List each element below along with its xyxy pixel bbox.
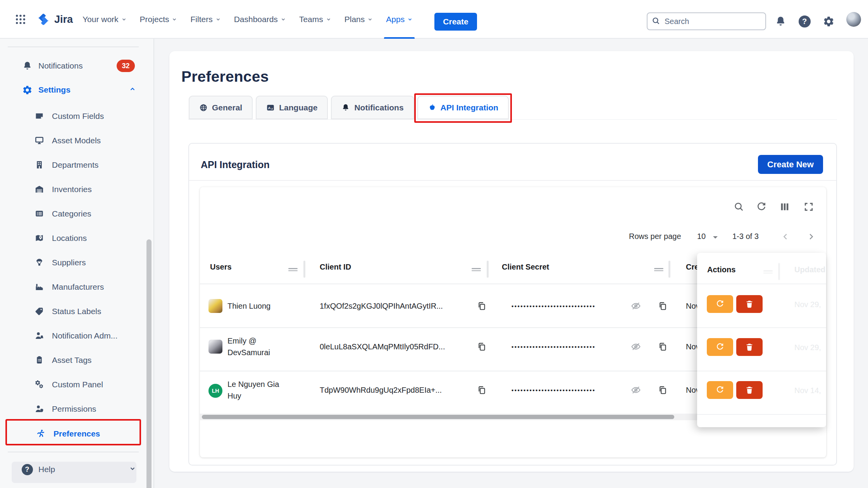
runner-icon (36, 429, 46, 439)
tab-language[interactable]: Az Language (256, 96, 328, 119)
preferences-tabs: General Az Language Notifications API In… (189, 96, 509, 119)
bell-icon (21, 61, 33, 71)
trash-icon (745, 385, 754, 395)
tab-general[interactable]: General (189, 96, 253, 119)
tab-api-integration[interactable]: API Integration (417, 96, 509, 119)
user-avatar[interactable] (846, 12, 861, 27)
sidebar-item-categories[interactable]: Categories (0, 201, 154, 226)
col-header-users: Users (210, 263, 232, 271)
menu-plans[interactable]: Plans (338, 0, 380, 39)
column-drag-handle[interactable] (288, 267, 298, 271)
horizontal-scrollbar[interactable] (202, 415, 674, 419)
trash-icon (745, 299, 754, 309)
updated-value-faded: Nov 29, (794, 343, 821, 352)
person-shield-icon (34, 404, 44, 414)
api-integration-section: API Integration Create New (188, 143, 837, 466)
settings-gear-icon[interactable] (822, 15, 835, 28)
column-divider-faded (778, 263, 780, 280)
sidebar: Notifications 32 Settings Custom Fields … (0, 39, 154, 488)
tab-notifications[interactable]: Notifications (331, 96, 414, 119)
refresh-icon (715, 385, 725, 395)
table-fullscreen-icon[interactable] (802, 200, 815, 213)
sidebar-item-custom-fields[interactable]: Custom Fields (0, 104, 154, 128)
copy-icon[interactable] (476, 384, 487, 396)
table-refresh-icon[interactable] (755, 200, 768, 213)
create-new-button[interactable]: Create New (758, 155, 823, 174)
menu-filters[interactable]: Filters (184, 0, 227, 39)
sidebar-item-permissions[interactable]: Permissions (0, 397, 154, 421)
eye-off-icon[interactable] (630, 300, 642, 312)
regenerate-key-button[interactable] (707, 381, 733, 399)
updated-value-faded: Nov 29, (794, 300, 821, 309)
copy-icon[interactable] (476, 300, 487, 312)
col-header-actions: Actions (707, 265, 735, 274)
sidebar-item-status-labels[interactable]: Status Labels (0, 299, 154, 323)
svg-text:z: z (271, 107, 273, 110)
column-drag-handle[interactable] (472, 267, 481, 271)
menu-your-work[interactable]: Your work (76, 0, 133, 39)
sidebar-item-help[interactable]: ? Help (0, 457, 154, 481)
avatar (208, 340, 222, 354)
sidebar-item-notification-admin[interactable]: Notification Adm... (0, 323, 154, 348)
dropdown-caret-icon[interactable] (712, 235, 718, 240)
jira-logo[interactable]: Jira (36, 0, 73, 39)
copy-icon[interactable] (657, 384, 668, 396)
copy-icon[interactable] (657, 300, 668, 312)
copy-icon[interactable] (476, 341, 487, 352)
sidebar-item-asset-models[interactable]: Asset Models (0, 128, 154, 153)
sidebar-item-locations[interactable]: Locations (0, 226, 154, 250)
create-button[interactable]: Create (434, 13, 477, 31)
menu-teams[interactable]: Teams (293, 0, 338, 39)
copy-icon[interactable] (657, 341, 668, 352)
section-title: API Integration (201, 159, 270, 170)
jira-mark-icon (36, 12, 51, 27)
menu-dashboards[interactable]: Dashboards (227, 0, 293, 39)
sidebar-item-settings[interactable]: Settings (0, 78, 154, 102)
sidebar-scrollbar[interactable] (146, 239, 152, 488)
app-grid-icon[interactable] (14, 13, 27, 26)
eye-off-icon[interactable] (630, 384, 642, 396)
delete-key-button[interactable] (736, 295, 763, 313)
sidebar-item-asset-tags[interactable]: Asset Tags (0, 348, 154, 372)
delete-key-button[interactable] (736, 381, 763, 399)
chevron-right-icon[interactable] (807, 232, 815, 241)
client-id-value: 0leLuL8aSXQLAMqPMtIly05RdFD... (320, 342, 445, 351)
eye-off-icon[interactable] (630, 341, 642, 352)
sidebar-item-departments[interactable]: Departments (0, 153, 154, 177)
rows-per-page-select[interactable]: 10 (697, 232, 706, 241)
chevron-left-icon[interactable] (781, 232, 790, 241)
column-drag-handle[interactable] (654, 267, 663, 271)
sidebar-item-notifications[interactable]: Notifications 32 (0, 54, 154, 78)
section-divider (189, 180, 836, 181)
regenerate-key-button[interactable] (707, 295, 733, 313)
search-input[interactable] (647, 12, 766, 30)
column-drag-handle-faded (763, 269, 773, 274)
sidebar-item-inventories[interactable]: Inventories (0, 177, 154, 201)
notifications-bell-icon[interactable] (774, 15, 787, 28)
regenerate-key-button[interactable] (707, 338, 733, 356)
page-title: Preferences (181, 68, 269, 85)
user-name: Thien Luong (227, 300, 286, 312)
user-name: Emily @ DevSamurai (227, 335, 286, 358)
chevron-down-icon (129, 465, 136, 474)
table-columns-icon[interactable] (778, 200, 791, 213)
delete-key-button[interactable] (736, 338, 763, 356)
chevron-down-icon (172, 17, 177, 22)
chevron-up-icon (129, 85, 136, 95)
sidebar-item-label: Help (38, 465, 55, 474)
chevron-down-icon (367, 17, 373, 22)
sidebar-item-preferences[interactable]: Preferences (0, 421, 154, 446)
globe-icon (199, 103, 208, 112)
column-divider (303, 261, 305, 278)
chevron-down-icon (121, 17, 127, 22)
sidebar-item-suppliers[interactable]: Suppliers (0, 250, 154, 275)
sidebar-item-manufacturers[interactable]: Manufacturers (0, 275, 154, 299)
client-id-value: TdpW90WhRdu9gUq2xFpd8EIa+... (320, 386, 442, 395)
table-search-icon[interactable] (732, 200, 746, 213)
sidebar-item-custom-panel[interactable]: Custom Panel (0, 372, 154, 397)
sidebar-item-label: Notifications (38, 61, 83, 70)
menu-apps[interactable]: Apps (379, 0, 419, 39)
help-icon[interactable]: ? (798, 15, 811, 28)
search-icon (651, 16, 661, 26)
menu-projects[interactable]: Projects (133, 0, 184, 39)
